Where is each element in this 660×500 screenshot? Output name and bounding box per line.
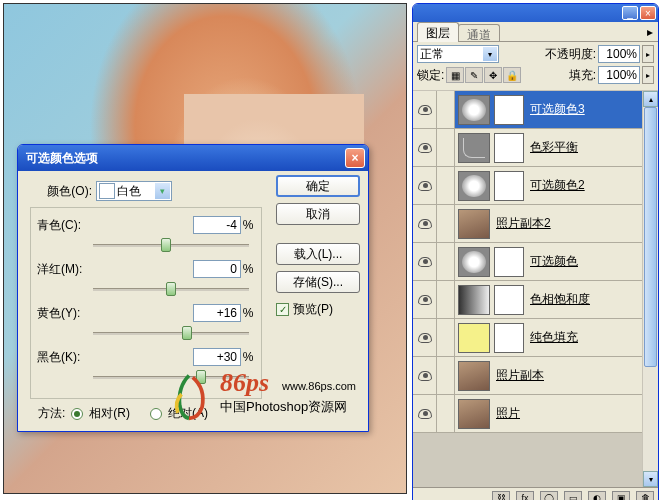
tab-layers[interactable]: 图层 xyxy=(417,22,459,42)
visibility-toggle[interactable] xyxy=(413,129,437,166)
sliders-group: 青色(C): % 洋红(M): % 黄色(Y): % 黑色(K): % xyxy=(30,207,262,399)
load-button[interactable]: 载入(L)... xyxy=(276,243,360,265)
layer-row[interactable]: 照片 xyxy=(413,395,642,433)
layer-thumbnail[interactable] xyxy=(458,209,490,239)
ok-button[interactable]: 确定 xyxy=(276,175,360,197)
layer-mask-icon[interactable]: ◯ xyxy=(540,491,558,501)
new-group-icon[interactable]: ▭ xyxy=(564,491,582,501)
layer-mask-thumbnail[interactable] xyxy=(494,171,524,201)
link-col[interactable] xyxy=(437,319,455,356)
layer-row[interactable]: 照片副本2 xyxy=(413,205,642,243)
cyan-input[interactable] xyxy=(193,216,241,234)
panel-close-button[interactable]: × xyxy=(640,6,656,20)
layer-thumbnail[interactable] xyxy=(458,247,490,277)
method-label: 方法: xyxy=(38,405,65,422)
layer-style-icon[interactable]: fx xyxy=(516,491,534,501)
layer-thumbnail[interactable] xyxy=(458,285,490,315)
delete-layer-icon[interactable]: 🗑 xyxy=(636,491,654,501)
lock-all-icon[interactable]: 🔒 xyxy=(503,67,521,83)
layer-name[interactable]: 照片副本 xyxy=(496,367,544,384)
new-layer-icon[interactable]: ▣ xyxy=(612,491,630,501)
layer-mask-thumbnail[interactable] xyxy=(494,323,524,353)
cyan-slider[interactable] xyxy=(93,236,249,254)
visibility-toggle[interactable] xyxy=(413,395,437,432)
link-col[interactable] xyxy=(437,205,455,242)
layer-mask-thumbnail[interactable] xyxy=(494,285,524,315)
layer-row[interactable]: 色相饱和度 xyxy=(413,281,642,319)
black-slider[interactable] xyxy=(93,368,249,386)
minimize-button[interactable]: _ xyxy=(622,6,638,20)
yellow-input[interactable] xyxy=(193,304,241,322)
link-col[interactable] xyxy=(437,281,455,318)
link-col[interactable] xyxy=(437,129,455,166)
close-button[interactable]: × xyxy=(345,148,365,168)
preview-checkbox[interactable]: ✓ xyxy=(276,303,289,316)
layer-thumbnail[interactable] xyxy=(458,361,490,391)
yellow-slider[interactable] xyxy=(93,324,249,342)
layer-name[interactable]: 可选颜色 xyxy=(530,253,578,270)
visibility-toggle[interactable] xyxy=(413,357,437,394)
visibility-toggle[interactable] xyxy=(413,281,437,318)
lock-paint-icon[interactable]: ✎ xyxy=(465,67,483,83)
layer-name[interactable]: 色相饱和度 xyxy=(530,291,590,308)
layer-row[interactable]: 可选颜色2 xyxy=(413,167,642,205)
color-dropdown[interactable]: 白色 ▾ xyxy=(96,181,172,201)
magenta-slider[interactable] xyxy=(93,280,249,298)
link-layers-icon[interactable]: ⛓ xyxy=(492,491,510,501)
layer-row[interactable]: 色彩平衡 xyxy=(413,129,642,167)
layer-row[interactable]: 可选颜色 xyxy=(413,243,642,281)
layer-row[interactable]: 照片副本 xyxy=(413,357,642,395)
visibility-toggle[interactable] xyxy=(413,91,437,128)
link-col[interactable] xyxy=(437,91,455,128)
layer-thumbnail[interactable] xyxy=(458,323,490,353)
layer-mask-thumbnail[interactable] xyxy=(494,95,524,125)
visibility-toggle[interactable] xyxy=(413,167,437,204)
tab-channels[interactable]: 通道 xyxy=(458,24,500,41)
layer-thumbnail[interactable] xyxy=(458,133,490,163)
layer-name[interactable]: 可选颜色3 xyxy=(530,101,585,118)
adjustment-layer-icon[interactable]: ◐ xyxy=(588,491,606,501)
layer-name[interactable]: 可选颜色2 xyxy=(530,177,585,194)
dialog-titlebar[interactable]: 可选颜色选项 × xyxy=(18,145,368,171)
layer-row[interactable]: 纯色填充 xyxy=(413,319,642,357)
layer-mask-thumbnail[interactable] xyxy=(494,247,524,277)
absolute-radio[interactable] xyxy=(150,408,162,420)
link-col[interactable] xyxy=(437,395,455,432)
black-input[interactable] xyxy=(193,348,241,366)
scroll-down-icon[interactable]: ▾ xyxy=(643,471,658,487)
link-col[interactable] xyxy=(437,357,455,394)
layer-mask-thumbnail[interactable] xyxy=(494,133,524,163)
panel-menu-icon[interactable]: ▸ xyxy=(642,22,658,41)
layer-thumbnail[interactable] xyxy=(458,171,490,201)
visibility-toggle[interactable] xyxy=(413,243,437,280)
visibility-toggle[interactable] xyxy=(413,205,437,242)
layer-name[interactable]: 色彩平衡 xyxy=(530,139,578,156)
blend-mode-dropdown[interactable]: 正常 ▾ xyxy=(417,45,499,63)
opacity-input[interactable] xyxy=(598,45,640,63)
lock-transparent-icon[interactable]: ▦ xyxy=(446,67,464,83)
layer-name[interactable]: 照片 xyxy=(496,405,520,422)
opacity-flyout[interactable]: ▸ xyxy=(642,45,654,63)
fill-flyout[interactable]: ▸ xyxy=(642,66,654,84)
chevron-down-icon: ▾ xyxy=(483,47,497,61)
layer-name[interactable]: 纯色填充 xyxy=(530,329,578,346)
magenta-input[interactable] xyxy=(193,260,241,278)
layer-name[interactable]: 照片副本2 xyxy=(496,215,551,232)
panel-titlebar[interactable]: _ × xyxy=(413,4,658,22)
relative-radio[interactable] xyxy=(71,408,83,420)
save-button[interactable]: 存储(S)... xyxy=(276,271,360,293)
lock-move-icon[interactable]: ✥ xyxy=(484,67,502,83)
link-col[interactable] xyxy=(437,167,455,204)
scroll-thumb[interactable] xyxy=(644,107,657,367)
layer-thumbnail[interactable] xyxy=(458,399,490,429)
eye-icon xyxy=(418,257,432,267)
layer-row[interactable]: 可选颜色3 xyxy=(413,91,642,129)
fill-input[interactable] xyxy=(598,66,640,84)
eye-icon xyxy=(418,371,432,381)
scrollbar[interactable]: ▴ ▾ xyxy=(642,91,658,487)
link-col[interactable] xyxy=(437,243,455,280)
scroll-up-icon[interactable]: ▴ xyxy=(643,91,658,107)
cancel-button[interactable]: 取消 xyxy=(276,203,360,225)
layer-thumbnail[interactable] xyxy=(458,95,490,125)
visibility-toggle[interactable] xyxy=(413,319,437,356)
